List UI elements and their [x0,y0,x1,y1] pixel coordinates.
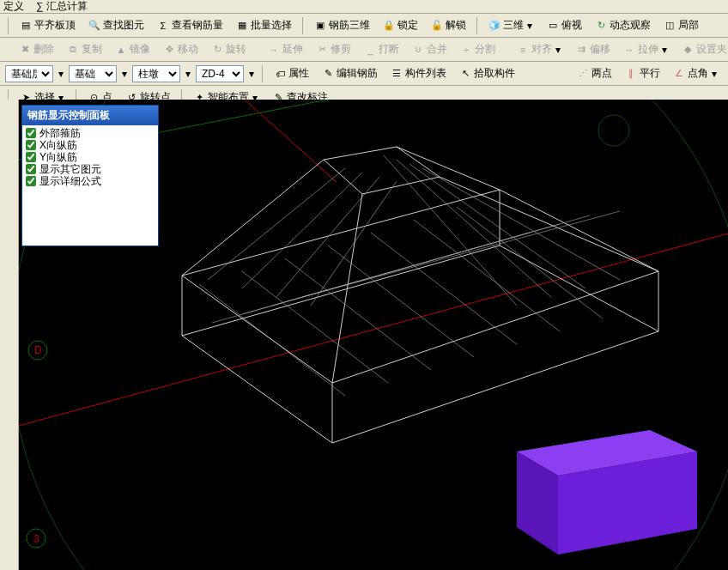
btn-plxz[interactable]: ▦批量选择 [231,15,296,35]
select-icon: ▦ [235,19,249,33]
menu-item-hzjs[interactable]: ∑ 汇总计算 [36,0,88,14]
btn-pingqi[interactable]: ▤平齐板顶 [15,15,80,35]
btn-fushi[interactable]: ▭俯视 [542,15,586,35]
btn-dianjiao[interactable]: ∠点角▾ [668,64,723,83]
combo-zhudun[interactable]: 柱墩 [132,65,180,82]
svg-line-35 [242,173,362,288]
combo-num[interactable]: ZD-4 [196,65,244,82]
btn-xiujian[interactable]: ✂修剪 [311,39,355,59]
svg-line-39 [410,164,585,288]
chk-item-3[interactable]: 显示其它图元 [24,163,156,175]
btn-duiqi[interactable]: ≡对齐▾ [512,39,567,59]
chevron-down-icon: ▾ [710,68,719,80]
board-icon: ▤ [19,19,33,33]
combo-sanwei[interactable]: 🧊三维▾ [483,15,538,35]
svg-line-31 [371,233,517,344]
chk-item-0[interactable]: 外部箍筋 [24,127,156,139]
search-icon: 🔍 [88,19,101,33]
chevron-down-icon: ▾ [660,44,669,56]
combo-layer[interactable]: 基础层 [5,65,53,82]
svg-line-27 [199,284,345,396]
svg-marker-13 [182,190,658,383]
top-view-icon: ▭ [546,19,560,33]
split-icon: ÷ [459,43,473,57]
offset-icon: ⇉ [574,43,588,57]
btn-gjsanwei[interactable]: ▣钢筋三维 [309,15,374,35]
chevron-down-icon: ▾ [57,68,65,80]
rebar-display-panel[interactable]: 钢筋显示控制面板 外部箍筋 X向纵筋 Y向纵筋 显示其它图元 显示详细公式 [21,105,159,246]
btn-copy[interactable]: ⧉复制 [62,39,106,59]
chk-item-2[interactable]: Y向纵筋 [24,151,156,163]
sum-icon: Σ [156,19,170,33]
btn-unlock[interactable]: 🔓解锁 [426,15,470,35]
btn-pingxing[interactable]: ∥平行 [620,64,664,83]
btn-yanshen[interactable]: →延伸 [263,39,307,59]
chevron-down-icon: ▾ [554,44,562,56]
extend-icon: → [267,43,281,57]
checkbox[interactable] [26,140,36,150]
cube-icon: 🧊 [488,19,501,33]
menu-bar: 定义 ∑ 汇总计算 [0,0,728,14]
svg-line-26 [302,211,620,297]
btn-daduan[interactable]: ⎯打断 [359,39,403,59]
svg-text:3: 3 [33,533,39,545]
toolbar-3: 基础层 ▾ 基础 ▾ 柱墩 ▾ ZD-4 ▾ 🏷属性 ✎编辑钢筋 ☰构件列表 ↖… [0,62,728,86]
combo-base[interactable]: 基础 [69,65,117,82]
left-ruler [0,100,19,570]
btn-attr[interactable]: 🏷属性 [269,64,313,83]
checkbox[interactable] [26,176,36,186]
btn-ckgjl[interactable]: Σ查看钢筋量 [152,15,228,35]
svg-marker-18 [324,147,440,194]
break-icon: ⎯ [363,43,377,57]
svg-line-32 [414,220,560,331]
checkbox[interactable] [26,152,36,162]
edit-icon: ✎ [321,67,335,81]
svg-line-41 [384,155,517,306]
svg-marker-12 [182,246,658,443]
toolbar-1: ▤平齐板顶 🔍查找图元 Σ查看钢筋量 ▦批量选择 ▣钢筋三维 🔒锁定 🔓解锁 🧊… [0,14,728,38]
btn-bjgj[interactable]: ✎编辑钢筋 [317,64,382,83]
btn-del[interactable]: ✖删除 [14,39,58,59]
purple-solid [517,430,697,555]
btn-mirror[interactable]: ▲镜像 [110,39,155,59]
btn-rotate[interactable]: ↻旋转 [206,39,251,59]
cube-icon: ▣ [313,19,327,33]
btn-liangdian[interactable]: ⋰两点 [572,64,616,83]
btn-lashen[interactable]: ↔拉伸▾ [618,39,673,59]
btn-sqgj[interactable]: ↖拾取构件 [454,64,519,83]
svg-line-2 [19,233,728,426]
btn-fenge[interactable]: ÷分割 [455,39,500,59]
sep [476,17,477,34]
chevron-down-icon: ▾ [184,68,192,80]
copy-icon: ⧉ [66,43,80,57]
chk-item-1[interactable]: X向纵筋 [24,139,156,151]
checkbox[interactable] [26,164,36,174]
angle-icon: ∠ [672,67,686,81]
btn-juzhong[interactable]: ◫局部 [658,15,703,35]
svg-line-28 [242,271,388,383]
btn-lock[interactable]: 🔒锁定 [378,15,422,35]
svg-line-38 [422,168,620,280]
unlock-icon: 🔓 [430,19,444,33]
sep [302,17,303,34]
svg-line-30 [328,246,474,357]
rebar-wireframe [182,147,658,443]
chk-item-4[interactable]: 显示详细公式 [24,175,156,187]
btn-pianyi[interactable]: ⇉偏移 [570,39,615,59]
btn-cztuyuan[interactable]: 🔍查找图元 [83,15,149,35]
svg-point-1 [598,115,629,146]
btn-gjlb[interactable]: ☰构件列表 [385,64,451,83]
menu-item-dy[interactable]: 定义 [3,0,24,14]
align-icon: ≡ [516,43,530,57]
checkbox[interactable] [26,128,36,138]
lock-icon: 🔒 [382,19,396,33]
mirror-icon: ▲ [114,43,128,57]
btn-szjd[interactable]: ◆设置夹点 [676,39,728,59]
orbit-icon: ↻ [594,19,608,33]
svg-line-36 [276,177,379,297]
btn-move[interactable]: ✥移动 [158,39,203,59]
btn-hebing[interactable]: ∪合并 [407,39,452,59]
svg-text:D: D [34,344,42,356]
list-icon: ☰ [390,67,403,81]
btn-dtgc[interactable]: ↻动态观察 [590,15,655,35]
